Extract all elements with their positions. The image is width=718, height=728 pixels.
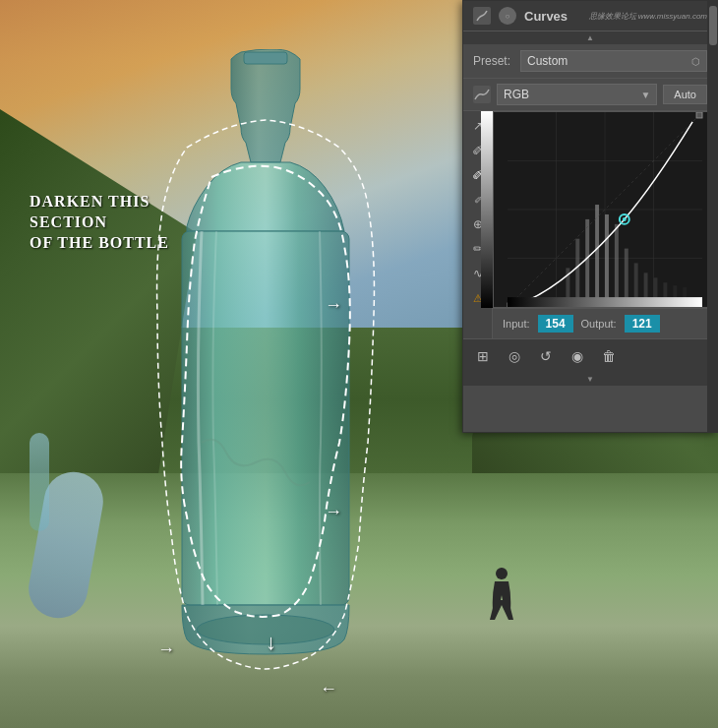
svg-rect-30 xyxy=(696,112,702,118)
output-label: Output: xyxy=(581,318,617,330)
trash-icon[interactable]: 🗑 xyxy=(597,344,621,368)
down-arrow: ↓ xyxy=(266,630,276,655)
left-arrow: ← xyxy=(320,679,337,699)
channel-value: RGB xyxy=(504,88,529,101)
bottle-container: DARKEN THIS SECTION OF THE BOTTLE → → ↓ … xyxy=(128,49,403,689)
svg-rect-18 xyxy=(615,224,619,307)
panel-icon-curves xyxy=(473,7,491,25)
scroll-thumb xyxy=(709,6,717,45)
svg-rect-32 xyxy=(481,111,493,308)
preset-value: Custom xyxy=(527,54,568,68)
svg-rect-15 xyxy=(585,219,589,307)
rotate-icon[interactable]: ↺ xyxy=(534,344,558,368)
dropdown-arrow-channel: ▼ xyxy=(640,90,650,100)
scroll-bar[interactable] xyxy=(707,1,717,432)
curves-graph xyxy=(493,111,717,308)
channel-dropdown[interactable]: RGB ▼ xyxy=(497,84,657,105)
darken-label: DARKEN THIS SECTION OF THE BOTTLE xyxy=(30,192,226,253)
bottle-svg xyxy=(128,49,403,689)
input-output-row: Input: 154 Output: 121 xyxy=(493,308,717,338)
watermark-text: 思缘效果论坛 www.missyuan.com xyxy=(589,11,707,22)
svg-rect-14 xyxy=(575,239,579,307)
panel-icon-square: ○ xyxy=(499,7,516,25)
svg-rect-2 xyxy=(244,52,287,64)
eye-visibility-icon[interactable]: ◎ xyxy=(503,344,526,368)
preset-dropdown[interactable]: Custom ⬡ xyxy=(520,50,707,72)
channel-icon xyxy=(473,86,491,103)
svg-point-3 xyxy=(496,568,508,579)
svg-point-28 xyxy=(623,217,627,221)
scroll-up: ▲ xyxy=(463,31,717,44)
person-silhouette xyxy=(487,566,516,630)
svg-rect-16 xyxy=(595,205,599,307)
vertical-gradient-bar xyxy=(481,111,493,308)
mask-icon[interactable]: ⊞ xyxy=(471,344,495,368)
panel-header: ○ Curves 思缘效果论坛 www.missyuan.com xyxy=(463,1,717,31)
svg-rect-31 xyxy=(508,297,702,307)
panel-toolbar: ⊞ ◎ ↺ ◉ 🗑 xyxy=(463,338,717,373)
eye-icon[interactable]: ◉ xyxy=(566,344,589,368)
bottom-left-arrow: → xyxy=(157,639,175,660)
auto-button[interactable]: Auto xyxy=(663,85,707,104)
main-container: DARKEN THIS SECTION OF THE BOTTLE → → ↓ … xyxy=(0,0,718,728)
right-arrow-1: → xyxy=(325,295,342,316)
properties-panel: ○ Curves 思缘效果论坛 www.missyuan.com ▲ Prese… xyxy=(462,0,718,433)
svg-rect-17 xyxy=(605,214,609,307)
panel-body: ↗ ✐ ✐ ✐ ⊕ ✏ ∿ ⚠ xyxy=(463,111,717,338)
dropdown-arrow-preset: ⬡ xyxy=(691,56,700,67)
preset-label: Preset: xyxy=(473,54,512,68)
output-value[interactable]: 121 xyxy=(625,315,660,333)
right-arrow-2: → xyxy=(325,502,342,522)
waterfall xyxy=(30,433,49,531)
scroll-down: ▼ xyxy=(463,373,717,386)
svg-rect-0 xyxy=(182,231,349,605)
input-value[interactable]: 154 xyxy=(538,315,573,333)
preset-row: Preset: Custom ⬡ xyxy=(463,44,717,79)
panel-title: Curves xyxy=(524,9,568,24)
input-label: Input: xyxy=(503,318,530,330)
curves-svg xyxy=(494,112,716,307)
curves-area[interactable]: Input: 154 Output: 121 xyxy=(493,111,717,338)
channel-row: RGB ▼ Auto xyxy=(463,79,717,111)
